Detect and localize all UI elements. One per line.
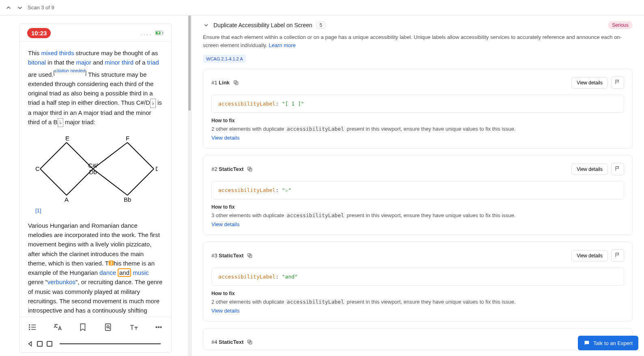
triad-diagram: E F C C#/ Db D A Bb bbox=[28, 134, 163, 205]
copy-icon[interactable] bbox=[233, 80, 239, 86]
how-to-fix-label: How to fix bbox=[211, 291, 624, 296]
severity-badge: Serious bbox=[608, 21, 633, 29]
nav-slider[interactable] bbox=[60, 343, 161, 344]
copy-icon[interactable] bbox=[247, 252, 253, 259]
link-major[interactable]: major bbox=[76, 59, 91, 66]
svg-point-29 bbox=[156, 326, 157, 328]
reference-1[interactable]: [1] bbox=[35, 207, 41, 214]
code-snippet: accessibilityLabel: "and" bbox=[211, 268, 624, 286]
issue-count: 5 bbox=[317, 22, 326, 29]
svg-line-11 bbox=[93, 169, 127, 195]
svg-line-10 bbox=[127, 169, 154, 195]
svg-line-9 bbox=[127, 142, 154, 169]
text-size-icon[interactable] bbox=[129, 323, 138, 333]
how-to-fix-label: How to fix bbox=[211, 118, 624, 123]
view-details-button[interactable]: View details bbox=[571, 77, 608, 88]
bookmark-icon[interactable] bbox=[78, 323, 87, 333]
link-music[interactable]: music bbox=[133, 269, 149, 276]
issue-description: Ensure that each element within a collec… bbox=[200, 33, 635, 53]
flag-button[interactable] bbox=[611, 163, 624, 175]
view-details-link[interactable]: View details bbox=[211, 135, 239, 141]
svg-line-4 bbox=[40, 142, 67, 169]
prev-scan-chevron[interactable] bbox=[5, 4, 12, 11]
collapse-issue-chevron[interactable] bbox=[203, 22, 209, 28]
svg-point-30 bbox=[158, 326, 159, 328]
svg-text:C: C bbox=[35, 165, 40, 172]
link-dance[interactable]: dance bbox=[99, 269, 116, 276]
svg-text:A: A bbox=[65, 196, 69, 203]
issue-marker-3[interactable]: 3 bbox=[109, 261, 114, 265]
code-snippet: accessibilityLabel: "[ 1 ]" bbox=[211, 95, 624, 113]
nav-home[interactable] bbox=[37, 341, 43, 347]
citation-needed[interactable]: citation needed bbox=[55, 68, 85, 73]
svg-rect-26 bbox=[105, 324, 110, 331]
view-details-link[interactable]: View details bbox=[211, 308, 239, 314]
find-icon[interactable] bbox=[104, 323, 113, 333]
fix-text: 2 other elements with duplicate accessib… bbox=[211, 298, 624, 306]
article-body[interactable]: This mixed thirds structure may be thoug… bbox=[20, 42, 171, 317]
copy-icon[interactable] bbox=[247, 166, 253, 172]
svg-point-31 bbox=[160, 326, 162, 328]
code-snippet: accessibilityLabel: "♭" bbox=[211, 181, 624, 199]
issue-item-card: #3 StaticText View details accessibility… bbox=[203, 242, 633, 321]
svg-point-24 bbox=[29, 329, 30, 330]
next-scan-chevron[interactable] bbox=[16, 4, 24, 11]
nav-back[interactable] bbox=[27, 341, 33, 347]
svg-rect-1 bbox=[163, 32, 164, 34]
svg-text:E: E bbox=[65, 135, 69, 142]
statusbar-dots: .... bbox=[140, 30, 153, 37]
fix-text: 3 other elements with duplicate accessib… bbox=[211, 211, 624, 220]
statusbar-time: 10:23 bbox=[27, 28, 51, 38]
flag-button[interactable] bbox=[611, 76, 624, 89]
toc-icon[interactable] bbox=[28, 323, 37, 333]
link-triad[interactable]: triad bbox=[147, 59, 159, 66]
copy-icon[interactable] bbox=[247, 339, 253, 345]
left-scrollbar[interactable] bbox=[188, 15, 191, 356]
link-minor-third[interactable]: minor third bbox=[105, 59, 134, 66]
battery-icon bbox=[155, 30, 164, 37]
talk-to-expert-button[interactable]: Talk to an Expert bbox=[578, 336, 638, 350]
link-mixed-thirds[interactable]: mixed thirds bbox=[41, 50, 74, 56]
svg-text:Db: Db bbox=[89, 168, 97, 175]
svg-line-7 bbox=[40, 169, 67, 195]
issue-item-card: #4 StaticText View details bbox=[203, 328, 633, 350]
translate-icon[interactable] bbox=[53, 323, 62, 333]
svg-text:D: D bbox=[155, 165, 158, 172]
learn-more-link[interactable]: Learn more bbox=[269, 42, 295, 48]
issue-title: Duplicate Accessibility Label on Screen bbox=[213, 22, 312, 28]
svg-text:C#/: C#/ bbox=[88, 162, 98, 169]
wcag-badge[interactable]: WCAG 2.1-4.1.2 A bbox=[203, 55, 246, 63]
scan-counter: Scan 3 of 9 bbox=[28, 4, 54, 11]
how-to-fix-label: How to fix bbox=[211, 204, 624, 210]
svg-text:F: F bbox=[126, 135, 129, 142]
more-icon[interactable] bbox=[154, 323, 163, 333]
link-verbunkos[interactable]: verbunkos bbox=[47, 278, 75, 285]
svg-marker-32 bbox=[29, 342, 32, 346]
view-details-link[interactable]: View details bbox=[211, 221, 239, 227]
phone-mock: 10:23 .... This mixed thirds structure m… bbox=[19, 24, 172, 353]
flag-button[interactable] bbox=[611, 249, 624, 262]
svg-point-22 bbox=[29, 327, 30, 328]
svg-line-8 bbox=[93, 142, 127, 169]
svg-line-28 bbox=[108, 328, 110, 329]
link-bitonal[interactable]: bitonal bbox=[28, 59, 46, 66]
fix-text: 2 other elements with duplicate accessib… bbox=[211, 125, 624, 133]
view-details-button[interactable]: View details bbox=[571, 164, 608, 175]
highlight-and: and bbox=[118, 268, 131, 277]
issue-item-card: #1 Link View details accessibilityLabel:… bbox=[203, 69, 633, 149]
view-details-button[interactable]: View details bbox=[571, 250, 608, 261]
svg-point-20 bbox=[29, 325, 30, 326]
svg-text:Bb: Bb bbox=[124, 196, 131, 203]
issue-item-card: #2 StaticText View details accessibility… bbox=[203, 155, 633, 235]
nav-recents[interactable] bbox=[47, 341, 52, 347]
